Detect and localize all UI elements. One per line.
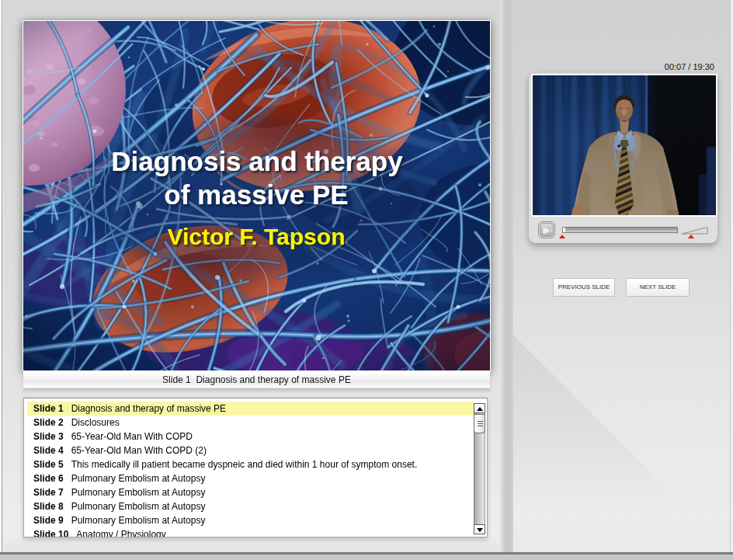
svg-text:Diagnosis and therapy: Diagnosis and therapy	[111, 146, 403, 176]
svg-text:of massive PE: of massive PE	[164, 179, 348, 210]
svg-text:Victor F. Tapson: Victor F. Tapson	[168, 224, 346, 249]
